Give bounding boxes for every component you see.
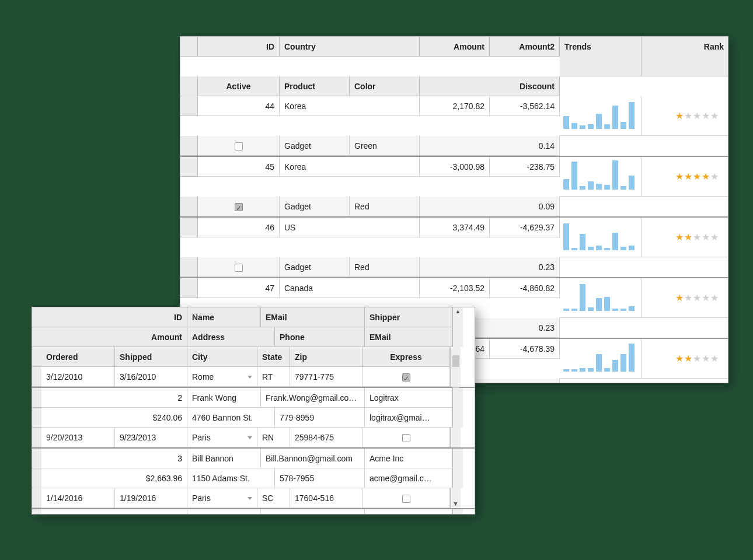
cell-email[interactable]: Bill.Bannon@gmail.com xyxy=(261,449,365,468)
cell-shipped[interactable]: 1/19/2016 xyxy=(115,488,187,508)
table-row[interactable]: 1/14/20161/19/2016ParisSC17604-516▼ xyxy=(32,488,475,508)
cell-country[interactable]: Canada xyxy=(280,278,420,298)
cell-ordered[interactable]: 9/20/2013 xyxy=(41,428,115,447)
cell-amount[interactable]: $2,663.96 xyxy=(41,468,187,488)
cell-amount2[interactable]: -4,629.37 xyxy=(490,218,560,237)
cell-shipped[interactable]: 3/16/2010 xyxy=(115,367,187,387)
col-ordered[interactable]: Ordered xyxy=(41,347,115,367)
cell-product[interactable]: Gadget xyxy=(280,197,350,216)
cell-phone[interactable]: 578-7955 xyxy=(275,468,365,488)
col-rank[interactable]: Rank xyxy=(642,37,728,76)
col-color[interactable]: Color xyxy=(350,76,420,96)
cell-address[interactable]: 4760 Bannon St. xyxy=(187,408,275,428)
cell-email[interactable]: Mark.Richards@gmail… xyxy=(261,509,365,514)
cell-express[interactable] xyxy=(362,367,450,387)
cell-email[interactable]: Frank.Wong@gmail.co… xyxy=(261,388,365,408)
table-row[interactable]: 3Bill BannonBill.Bannon@gmail.comAcme In… xyxy=(32,447,475,468)
scrollbar[interactable] xyxy=(452,468,463,488)
cell-country[interactable]: US xyxy=(280,218,420,237)
cell-ordered[interactable]: 1/14/2016 xyxy=(41,488,115,508)
cell-amount2[interactable]: -3,562.14 xyxy=(490,96,560,116)
cell-state[interactable]: SC xyxy=(257,488,290,508)
cell-active[interactable] xyxy=(198,136,280,156)
cell-active[interactable] xyxy=(198,197,280,216)
cell-discount[interactable]: 0.14 xyxy=(420,136,560,156)
cell-amount2[interactable]: -4,860.82 xyxy=(490,278,560,298)
cell-amount2[interactable]: -238.75 xyxy=(490,157,560,177)
col-phone[interactable]: Phone xyxy=(275,327,365,347)
cell-country[interactable]: Korea xyxy=(280,157,420,177)
cell-express[interactable] xyxy=(362,428,450,447)
scrollbar[interactable] xyxy=(452,327,463,347)
cell-shipper[interactable]: Logitrax xyxy=(365,388,452,408)
cell-amount[interactable]: -2,103.52 xyxy=(420,278,490,298)
cell-express[interactable] xyxy=(362,488,450,508)
cell-product[interactable]: Gadget xyxy=(280,136,350,156)
col-trends[interactable]: Trends xyxy=(560,37,642,76)
scrollbar[interactable] xyxy=(452,449,463,468)
table-row[interactable]: 9/20/20139/23/2013ParisRN25984-675 xyxy=(32,428,475,447)
checkbox-icon[interactable] xyxy=(235,264,243,272)
cell-id[interactable]: 47 xyxy=(198,278,280,298)
checkbox-icon[interactable] xyxy=(402,373,410,382)
cell-id[interactable]: 45 xyxy=(198,157,280,177)
col-email2[interactable]: EMail xyxy=(365,327,452,347)
cell-id[interactable]: 3 xyxy=(41,449,187,468)
checkbox-icon[interactable] xyxy=(402,434,410,442)
cell-ordered[interactable]: 3/12/2010 xyxy=(41,367,115,387)
col-active[interactable]: Active xyxy=(198,76,280,96)
table-row[interactable]: $2,663.961150 Adams St.578-7955acme@gmai… xyxy=(32,468,475,488)
cell-amount[interactable]: $240.06 xyxy=(41,408,187,428)
col-amount[interactable]: Amount xyxy=(41,327,187,347)
cell-zip[interactable]: 25984-675 xyxy=(290,428,362,447)
checkbox-icon[interactable] xyxy=(235,142,243,150)
scrollbar[interactable] xyxy=(452,408,463,428)
scrollbar[interactable] xyxy=(452,509,463,514)
cell-state[interactable]: RN xyxy=(257,428,290,447)
cell-color[interactable]: Red xyxy=(350,257,420,277)
scrollbar[interactable] xyxy=(452,388,463,408)
col-state[interactable]: State xyxy=(257,347,290,367)
cell-shipper[interactable]: Logitrax xyxy=(365,509,452,514)
cell-name[interactable]: Frank Wong xyxy=(187,388,261,408)
cell-city[interactable]: Paris xyxy=(187,488,257,508)
col-shipper[interactable]: Shipper xyxy=(365,307,452,327)
cell-color[interactable]: Red xyxy=(350,197,420,216)
col-shipped[interactable]: Shipped xyxy=(115,347,187,367)
table-row[interactable]: 4Mark RichardsMark.Richards@gmail…Logitr… xyxy=(32,508,475,514)
cell-name[interactable]: Bill Bannon xyxy=(187,449,261,468)
cell-id[interactable]: 2 xyxy=(41,388,187,408)
scrollbar[interactable] xyxy=(450,347,461,367)
chevron-down-icon[interactable] xyxy=(247,497,252,500)
chevron-down-icon[interactable] xyxy=(247,376,252,379)
col-amount2[interactable]: Amount2 xyxy=(490,37,560,57)
col-express[interactable]: Express xyxy=(362,347,450,367)
cell-rank[interactable]: ★★★★★ xyxy=(642,96,728,136)
cell-zip[interactable]: 17604-516 xyxy=(290,488,362,508)
cell-zip[interactable]: 79771-775 xyxy=(290,367,362,387)
cell-amount[interactable]: 2,170.82 xyxy=(420,96,490,116)
front-grid-body[interactable]: 3/12/20103/16/2010RomeRT79771-7752Frank … xyxy=(32,367,475,514)
col-name[interactable]: Name xyxy=(187,307,261,327)
col-product[interactable]: Product xyxy=(280,76,350,96)
col-email[interactable]: EMail xyxy=(261,307,365,327)
cell-rank[interactable]: ★★★★★ xyxy=(642,339,728,379)
cell-state[interactable]: RT xyxy=(257,367,290,387)
cell-shipped[interactable]: 9/23/2013 xyxy=(115,428,187,447)
cell-shipper[interactable]: Acme Inc xyxy=(365,449,452,468)
table-row[interactable]: 2Frank WongFrank.Wong@gmail.co…Logitrax xyxy=(32,387,475,408)
cell-city[interactable]: Paris xyxy=(187,428,257,447)
cell-shipper-email[interactable]: logitrax@gmai… xyxy=(365,408,452,428)
cell-city[interactable]: Rome xyxy=(187,367,257,387)
scrollbar[interactable]: ▼ xyxy=(450,488,461,508)
cell-phone[interactable]: 779-8959 xyxy=(275,408,365,428)
col-id[interactable]: ID xyxy=(41,307,187,327)
cell-discount[interactable]: 0.23 xyxy=(420,257,560,277)
cell-color[interactable]: Green xyxy=(350,136,420,156)
checkbox-icon[interactable] xyxy=(235,203,243,211)
col-amount[interactable]: Amount xyxy=(420,37,490,57)
cell-rank[interactable]: ★★★★★ xyxy=(642,157,728,197)
cell-id[interactable]: 46 xyxy=(198,218,280,237)
cell-id[interactable]: 4 xyxy=(41,509,187,514)
cell-country[interactable]: Korea xyxy=(280,96,420,116)
